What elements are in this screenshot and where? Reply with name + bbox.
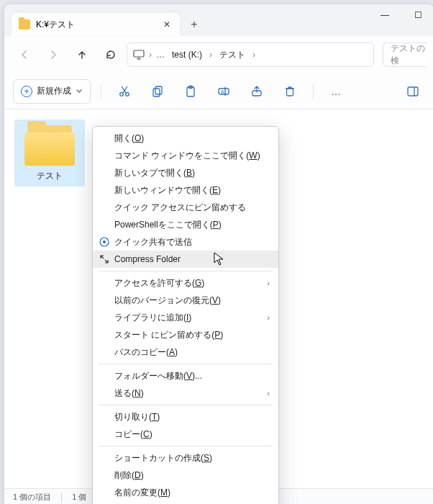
ctx-new-tab[interactable]: 新しいタブで開く(B) bbox=[93, 164, 278, 181]
new-tab-button[interactable]: + bbox=[183, 13, 206, 36]
chevron-down-icon bbox=[76, 88, 83, 95]
svg-text:A: A bbox=[221, 89, 224, 94]
pc-icon bbox=[133, 50, 145, 60]
separator bbox=[101, 84, 101, 99]
folder-item[interactable]: テスト bbox=[14, 120, 85, 186]
window-controls: — ☐ bbox=[368, 4, 433, 26]
new-button-label: 新規作成 bbox=[37, 85, 71, 97]
folder-icon bbox=[19, 19, 30, 30]
svg-rect-20 bbox=[408, 87, 418, 96]
ctx-give-access[interactable]: アクセスを許可する(G)› bbox=[93, 274, 278, 292]
chevron-icon: › bbox=[252, 50, 255, 60]
refresh-button[interactable] bbox=[98, 42, 124, 68]
address-bar[interactable]: › … test (K:) › テスト › bbox=[127, 42, 374, 67]
maximize-button[interactable]: ☐ bbox=[401, 4, 433, 26]
up-button[interactable] bbox=[69, 42, 95, 68]
ctx-compress-folder[interactable]: Compress Folder bbox=[93, 251, 278, 268]
ctx-quick-share[interactable]: クイック共有で送信 bbox=[93, 233, 278, 251]
svg-point-23 bbox=[103, 240, 106, 243]
svg-rect-15 bbox=[287, 89, 293, 96]
delete-button[interactable] bbox=[277, 78, 303, 104]
separator bbox=[99, 405, 273, 405]
ctx-powershell-here[interactable]: PowerShellをここで開く(P) bbox=[93, 216, 278, 233]
ctx-cut[interactable]: 切り取り(T) bbox=[93, 408, 278, 426]
ctx-shortcut[interactable]: ショートカットの作成(S) bbox=[93, 449, 278, 467]
separator bbox=[99, 271, 273, 271]
ctx-send-to[interactable]: 送る(N)› bbox=[93, 384, 278, 402]
chevron-icon: › bbox=[209, 50, 212, 60]
rename-button[interactable]: A bbox=[211, 78, 237, 104]
nav-bar: › … test (K:) › テスト › テストの検 bbox=[4, 36, 433, 73]
cut-button[interactable] bbox=[111, 78, 137, 104]
separator bbox=[99, 364, 273, 364]
ctx-pin-quick-access[interactable]: クイック アクセスにピン留めする bbox=[93, 199, 278, 216]
more-button[interactable]: … bbox=[324, 78, 350, 104]
active-tab[interactable]: K:¥テスト ✕ bbox=[12, 13, 180, 36]
search-placeholder: テストの検 bbox=[391, 42, 427, 67]
separator bbox=[313, 84, 314, 99]
chevron-right-icon: › bbox=[267, 389, 270, 397]
breadcrumb-drive[interactable]: test (K:) bbox=[169, 50, 205, 60]
tab-label: K:¥テスト bbox=[36, 19, 161, 31]
compress-icon bbox=[99, 253, 110, 265]
toolbar: + 新規作成 A … bbox=[4, 73, 433, 109]
svg-rect-8 bbox=[155, 86, 162, 94]
svg-rect-0 bbox=[134, 50, 144, 57]
ctx-pin-start[interactable]: スタート にピン留めする(P) bbox=[93, 326, 278, 343]
svg-rect-7 bbox=[153, 89, 160, 96]
separator bbox=[99, 446, 273, 446]
chevron-icon: › bbox=[149, 50, 152, 60]
folder-label: テスト bbox=[37, 170, 63, 182]
ctx-copy[interactable]: コピー(C) bbox=[93, 426, 278, 443]
close-tab-button[interactable]: ✕ bbox=[161, 19, 173, 30]
context-menu: 開く(O) コマンド ウィンドウをここで開く(W) 新しいタブで開く(B) 新し… bbox=[92, 126, 279, 504]
item-count: 1 個の項目 bbox=[13, 492, 51, 503]
selected-count: 1 個 bbox=[72, 492, 86, 503]
copy-button[interactable] bbox=[145, 78, 170, 104]
breadcrumb-overflow[interactable]: … bbox=[156, 50, 165, 60]
paste-button[interactable] bbox=[178, 78, 204, 104]
search-input[interactable]: テストの検 bbox=[383, 42, 427, 67]
share-icon bbox=[99, 236, 110, 248]
ctx-move-to[interactable]: フォルダーへ移動(V)... bbox=[93, 367, 278, 384]
ctx-copy-path[interactable]: パスのコピー(A) bbox=[93, 343, 278, 361]
ctx-open[interactable]: 開く(O) bbox=[93, 130, 278, 147]
separator bbox=[61, 492, 62, 503]
chevron-right-icon: › bbox=[267, 279, 270, 287]
chevron-right-icon: › bbox=[267, 313, 270, 322]
details-pane-button[interactable] bbox=[400, 78, 426, 104]
ctx-cmd-here[interactable]: コマンド ウィンドウをここで開く(W) bbox=[93, 147, 278, 164]
plus-icon: + bbox=[21, 86, 32, 97]
breadcrumb-folder[interactable]: テスト bbox=[216, 49, 248, 61]
ctx-rename[interactable]: 名前の変更(M) bbox=[93, 484, 278, 501]
ctx-delete[interactable]: 削除(D) bbox=[93, 467, 278, 484]
minimize-button[interactable]: — bbox=[368, 4, 401, 26]
share-button[interactable] bbox=[244, 78, 270, 104]
forward-button[interactable] bbox=[40, 42, 66, 68]
new-button[interactable]: + 新規作成 bbox=[13, 79, 91, 104]
ctx-new-window[interactable]: 新しいウィンドウで開く(E) bbox=[93, 181, 278, 199]
back-button[interactable] bbox=[12, 42, 37, 68]
ctx-add-library[interactable]: ライブラリに追加(I)› bbox=[93, 309, 278, 326]
ctx-restore-previous[interactable]: 以前のバージョンの復元(V) bbox=[93, 292, 278, 309]
titlebar: K:¥テスト ✕ + — ☐ bbox=[4, 4, 433, 36]
folder-icon bbox=[24, 125, 75, 166]
